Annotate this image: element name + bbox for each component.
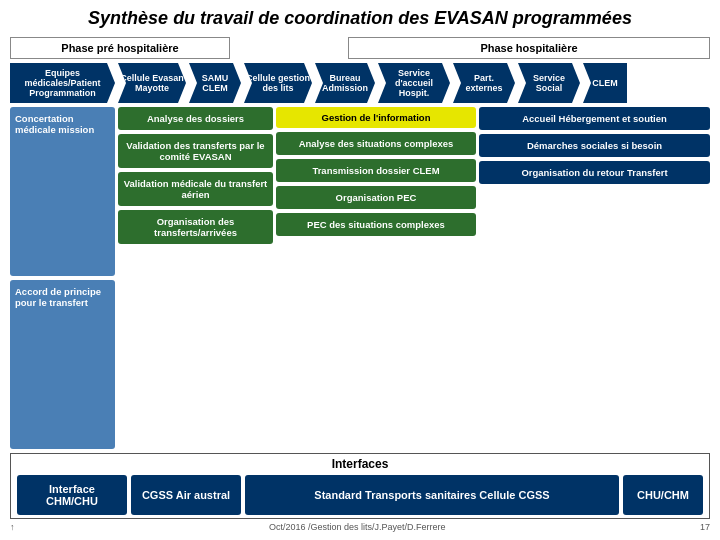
phase-hosp-header: Phase hospitalière xyxy=(348,37,710,59)
col-clem: CLEM xyxy=(583,63,627,103)
col-bureau: Bureau Admission xyxy=(315,63,375,103)
footer: ↑ Oct/2016 /Gestion des lits/J.Payet/D.F… xyxy=(10,522,710,532)
interface-standard: Standard Transports sanitaires Cellule C… xyxy=(245,475,619,515)
col-cellule-evasan: Cellule Evasan Mayotte xyxy=(118,63,186,103)
middle-section: Analyse des dossiers Validation des tran… xyxy=(118,107,273,449)
main-content: Concertation médicale mission Accord de … xyxy=(10,107,710,449)
demarches-block: Démarches sociales si besoin xyxy=(479,134,710,157)
footer-date: Oct/2016 /Gestion des lits/J.Payet/D.Fer… xyxy=(269,522,446,532)
analyse-dossiers-block: Analyse des dossiers xyxy=(118,107,273,130)
phase-pre-header: Phase pré hospitalière xyxy=(10,37,230,59)
organisation-retour-block: Organisation du retour Transfert xyxy=(479,161,710,184)
transmission-clem-block: Transmission dossier CLEM xyxy=(276,159,476,182)
concertation-block: Concertation médicale mission xyxy=(10,107,115,276)
left-section: Concertation médicale mission Accord de … xyxy=(10,107,115,449)
analyse-situations-block: Analyse des situations complexes xyxy=(276,132,476,155)
pec-situations-block: PEC des situations complexes xyxy=(276,213,476,236)
gestion-info-header: Gestion de l'information xyxy=(276,107,476,128)
column-headers: Equipes médicales/Patient Programmation … xyxy=(10,63,710,103)
page: Synthèse du travail de coordination des … xyxy=(0,0,720,540)
phase-headers: Phase pré hospitalière Phase hospitalièr… xyxy=(10,37,710,59)
far-right-section: Accueil Hébergement et soutien Démarches… xyxy=(479,107,710,449)
col-part-externes: Part. externes xyxy=(453,63,515,103)
interface-chm-chu: Interface CHM/CHU xyxy=(17,475,127,515)
col-service-accueil: Service d'accueil Hospit. xyxy=(378,63,450,103)
validation-medicale-block: Validation médicale du transfert aérien xyxy=(118,172,273,206)
interface-chu-chm: CHU/CHM xyxy=(623,475,703,515)
interface-cgss: CGSS Air austral xyxy=(131,475,241,515)
validation-transferts-block: Validation des transferts par le comité … xyxy=(118,134,273,168)
col-service-social: Service Social xyxy=(518,63,580,103)
page-title: Synthèse du travail de coordination des … xyxy=(10,8,710,29)
accord-block: Accord de principe pour le transfert xyxy=(10,280,115,449)
organisation-pec-block: Organisation PEC xyxy=(276,186,476,209)
interfaces-container: Interfaces Interface CHM/CHU CGSS Air au… xyxy=(10,453,710,519)
col-equipes: Equipes médicales/Patient Programmation xyxy=(10,63,115,103)
accueil-block: Accueil Hébergement et soutien xyxy=(479,107,710,130)
col-samu: SAMU CLEM xyxy=(189,63,241,103)
organisation-transferts-block: Organisation des transferts/arrivées xyxy=(118,210,273,244)
interfaces-row: Interface CHM/CHU CGSS Air austral Stand… xyxy=(17,475,703,515)
footer-arrow: ↑ xyxy=(10,522,15,532)
interfaces-title: Interfaces xyxy=(17,457,703,471)
footer-page: 17 xyxy=(700,522,710,532)
right-mid-section: Gestion de l'information Analyse des sit… xyxy=(276,107,476,449)
col-cellule-gestion: Cellule gestion des lits xyxy=(244,63,312,103)
